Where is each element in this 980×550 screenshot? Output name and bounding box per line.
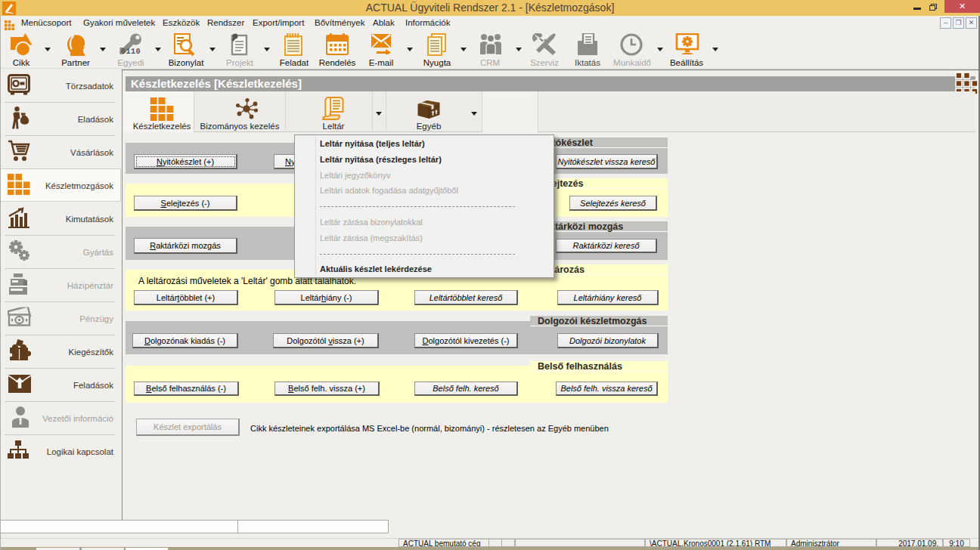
svg-text:0110: 0110 bbox=[121, 48, 141, 55]
